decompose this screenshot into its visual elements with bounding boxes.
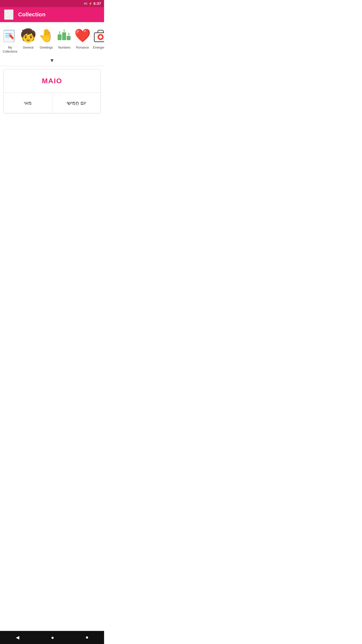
svg-rect-1	[4, 30, 14, 42]
status-icons: 4G ⚡ 6:37	[84, 2, 101, 6]
battery-icon: ⚡	[89, 2, 92, 5]
greetings-label: Greetings	[40, 46, 53, 50]
general-icon-wrap: 🧒	[19, 27, 37, 44]
category-item-romance[interactable]: ❤️ Romance	[74, 27, 91, 50]
flashcard-bottom: מאי יוֹם חֲמִישִׁי	[4, 93, 100, 113]
flashcard-cell-left: מאי	[4, 93, 52, 113]
network-icon: 4G	[84, 2, 87, 5]
category-item-greetings[interactable]: 🤚 Greetings	[38, 27, 55, 50]
app-bar-title: Collection	[18, 11, 46, 18]
notebook-icon	[2, 27, 18, 44]
flashcard-word: MAIO	[42, 77, 62, 85]
my-collections-label: My Collections	[2, 46, 19, 54]
flashcard-container: MAIO מאי יוֹם חֲמִישִׁי	[0, 66, 104, 117]
greetings-icon: 🤚	[38, 29, 54, 42]
svg-text:1: 1	[63, 29, 65, 32]
status-bar: 4G ⚡ 6:37	[0, 0, 104, 7]
category-item-my-collections[interactable]: My Collections	[2, 27, 19, 54]
status-time: 6:37	[94, 2, 101, 6]
svg-rect-10	[62, 32, 66, 40]
numbers-icon: 2 1 3	[57, 28, 72, 43]
general-label: General	[23, 46, 34, 50]
category-item-general[interactable]: 🧒 General	[20, 27, 37, 50]
app-bar: ← Collection	[0, 7, 104, 22]
chevron-wrap[interactable]: ▼	[0, 56, 104, 66]
chevron-down-icon: ▼	[50, 58, 55, 63]
flashcard-cell-right: יוֹם חֲמִישִׁי	[52, 93, 101, 113]
svg-rect-17	[99, 36, 102, 38]
my-collections-icon-wrap	[1, 27, 19, 44]
emergency-icon-wrap	[92, 27, 104, 44]
svg-rect-12	[67, 36, 70, 40]
general-icon: 🧒	[20, 29, 36, 42]
category-item-emergency[interactable]: Emergency	[92, 27, 104, 50]
svg-text:3: 3	[68, 32, 69, 35]
numbers-label: Numbers	[58, 46, 71, 50]
svg-rect-8	[58, 34, 61, 40]
flashcard-top: MAIO	[4, 69, 100, 93]
emergency-icon	[93, 28, 104, 43]
romance-icon-wrap: ❤️	[74, 27, 91, 44]
romance-icon: ❤️	[74, 28, 91, 43]
svg-text:2: 2	[59, 31, 60, 34]
emergency-label: Emergency	[93, 46, 104, 50]
category-item-numbers[interactable]: 2 1 3 Numbers	[56, 27, 73, 50]
greetings-icon-wrap: 🤚	[37, 27, 55, 44]
romance-label: Romance	[76, 46, 89, 50]
back-button[interactable]: ←	[4, 9, 14, 20]
category-row: My Collections 🧒 General 🤚 Greetings 2 1	[0, 22, 104, 56]
flashcard[interactable]: MAIO מאי יוֹם חֲמִישִׁי	[4, 69, 101, 113]
numbers-icon-wrap: 2 1 3	[56, 27, 73, 44]
